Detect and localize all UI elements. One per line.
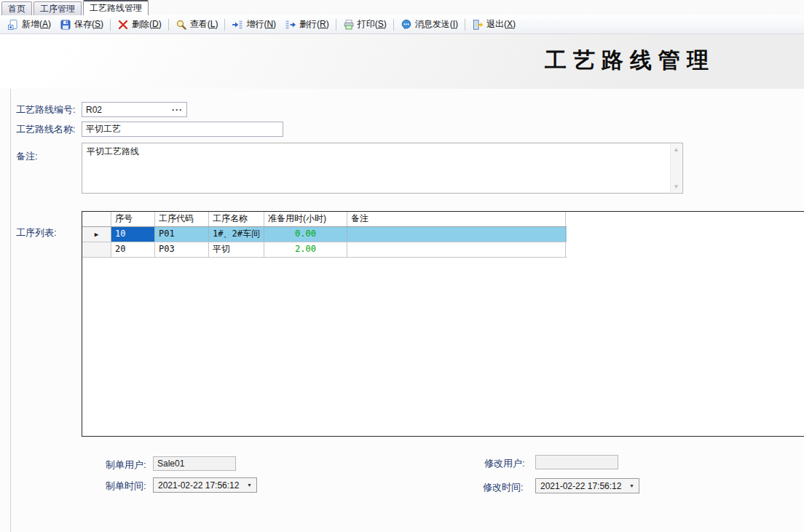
grid-column-header[interactable]: 工序代码 xyxy=(155,212,209,226)
tab-2[interactable]: 工艺路线管理 xyxy=(83,0,149,15)
grid-row-1[interactable]: 20P03平切2.00 xyxy=(82,242,567,258)
toolbar-separator xyxy=(465,19,465,31)
current-row-marker-icon: ▶ xyxy=(95,231,98,238)
creator-input[interactable]: Sale01 xyxy=(153,456,236,471)
toolbar-button-label: 删行(R) xyxy=(299,18,329,31)
grid-cell[interactable]: P03 xyxy=(155,242,209,257)
creator-value: Sale01 xyxy=(157,458,184,469)
creator-label: 制单用户: xyxy=(106,458,146,472)
grid-column-header[interactable]: 序号 xyxy=(111,212,155,226)
grid-cell[interactable]: 2.00 xyxy=(264,242,347,257)
create-time-value: 2021-02-22 17:56:12 xyxy=(158,480,240,491)
modify-time-dropdown[interactable]: 2021-02-22 17:56:12 ▼ xyxy=(535,478,639,493)
save-icon xyxy=(60,19,71,31)
exit-button[interactable]: 退出(X) xyxy=(468,17,520,32)
grid-column-header[interactable]: 准备用时(小时) xyxy=(264,212,347,226)
tab-bar: 首页工序管理工艺路线管理 xyxy=(0,0,804,15)
create-time-dropdown[interactable]: 2021-02-22 17:56:12 ▼ xyxy=(153,477,257,493)
view-button[interactable]: 查看(L) xyxy=(171,17,223,32)
grid-column-header[interactable]: 工序名称 xyxy=(209,212,264,226)
grid-cell[interactable]: P01 xyxy=(155,227,209,242)
new-document-button[interactable]: 新增(A) xyxy=(3,17,55,32)
print-icon xyxy=(343,19,355,31)
insert-row-icon xyxy=(232,19,243,31)
toolbar-button-label: 增行(N) xyxy=(246,18,276,31)
process-grid[interactable]: 序号工序代码工序名称准备用时(小时)备注▶10P011#、2#车间0.0020P… xyxy=(82,211,804,437)
toolbar-separator xyxy=(168,19,169,31)
grid-cell[interactable]: 0.00 xyxy=(264,227,347,242)
grid-row-selector[interactable] xyxy=(82,242,111,257)
toolbar-separator xyxy=(224,19,225,31)
new-document-icon xyxy=(7,19,19,31)
remark-textarea[interactable]: 平切工艺路线 ▲ ▼ xyxy=(82,143,683,194)
toolbar-button-label: 新增(A) xyxy=(22,18,51,31)
remark-label: 备注: xyxy=(16,150,38,163)
route-name-value: 平切工艺 xyxy=(86,123,279,135)
title-banner: 工艺路线管理 xyxy=(0,34,804,89)
view-icon xyxy=(176,19,187,31)
grid-cell[interactable]: 20 xyxy=(111,242,155,257)
toolbar-button-label: 退出(X) xyxy=(486,18,516,31)
modifier-label: 修改用户: xyxy=(484,457,525,470)
modifier-input[interactable] xyxy=(535,455,618,469)
remark-scrollbar[interactable]: ▲ ▼ xyxy=(670,144,682,192)
route-name-label: 工艺路线名称: xyxy=(16,123,76,136)
lookup-ellipsis-button[interactable]: ··· xyxy=(169,105,183,115)
route-code-label: 工艺路线编号: xyxy=(16,103,76,116)
tab-1[interactable]: 工序管理 xyxy=(34,1,82,15)
toolbar-button-label: 消息发送(I) xyxy=(415,18,458,31)
dropdown-arrow-icon[interactable]: ▼ xyxy=(245,483,254,488)
process-list-label: 工序列表: xyxy=(16,226,57,239)
delete-row-icon xyxy=(285,19,296,31)
insert-row-button[interactable]: 增行(N) xyxy=(227,17,280,32)
grid-row-0[interactable]: ▶10P011#、2#车间0.00 xyxy=(82,227,567,242)
grid-cell[interactable] xyxy=(347,227,566,242)
grid-cell[interactable]: 平切 xyxy=(209,242,264,257)
scroll-down-icon[interactable]: ▼ xyxy=(674,183,679,190)
scroll-up-icon[interactable]: ▲ xyxy=(674,146,679,153)
grid-cell[interactable] xyxy=(347,242,566,257)
remark-value: 平切工艺路线 xyxy=(82,143,669,193)
exit-icon xyxy=(472,19,484,31)
grid-row-selector[interactable]: ▶ xyxy=(82,227,111,242)
toolbar-button-label: 查看(L) xyxy=(190,18,218,31)
grid-column-header[interactable]: 备注 xyxy=(347,212,566,226)
app-window: 首页工序管理工艺路线管理 新增(A)保存(S)删除(D)查看(L)增行(N)删行… xyxy=(0,0,804,532)
grid-selector-header xyxy=(82,212,111,226)
message-send-button[interactable]: 消息发送(I) xyxy=(396,17,462,32)
tab-0[interactable]: 首页 xyxy=(1,1,32,15)
route-code-input[interactable]: R02 ··· xyxy=(82,102,187,117)
toolbar-separator xyxy=(393,19,394,31)
route-code-value: R02 xyxy=(86,105,169,115)
grid-cell[interactable]: 1#、2#车间 xyxy=(209,227,264,242)
grid-cell[interactable]: 10 xyxy=(111,227,155,242)
toolbar-separator xyxy=(110,19,111,31)
toolbar-button-label: 打印(S) xyxy=(358,18,387,31)
panel-left-border xyxy=(10,89,11,532)
toolbar: 新增(A)保存(S)删除(D)查看(L)增行(N)删行(R)打印(S)消息发送(… xyxy=(0,15,804,34)
route-name-input[interactable]: 平切工艺 xyxy=(82,122,283,137)
toolbar-button-label: 保存(S) xyxy=(74,18,103,31)
modify-time-label: 修改时间: xyxy=(483,481,524,494)
grid-header-row: 序号工序代码工序名称准备用时(小时)备注 xyxy=(82,212,567,227)
save-button[interactable]: 保存(S) xyxy=(55,17,108,32)
toolbar-button-label: 删除(D) xyxy=(132,18,162,31)
message-send-icon xyxy=(401,19,412,31)
dropdown-arrow-icon[interactable]: ▼ xyxy=(627,483,636,488)
content-panel: 工艺路线编号: R02 ··· 工艺路线名称: 平切工艺 备注: 平切工艺路线 … xyxy=(0,89,804,532)
create-time-label: 制单时间: xyxy=(106,480,146,493)
print-button[interactable]: 打印(S) xyxy=(339,17,391,32)
modify-time-value: 2021-02-22 17:56:12 xyxy=(540,481,622,491)
delete-row-button[interactable]: 删行(R) xyxy=(280,17,334,32)
page-title: 工艺路线管理 xyxy=(545,46,715,76)
delete-button[interactable]: 删除(D) xyxy=(113,17,166,32)
toolbar-separator xyxy=(336,19,336,31)
delete-icon xyxy=(117,19,129,31)
